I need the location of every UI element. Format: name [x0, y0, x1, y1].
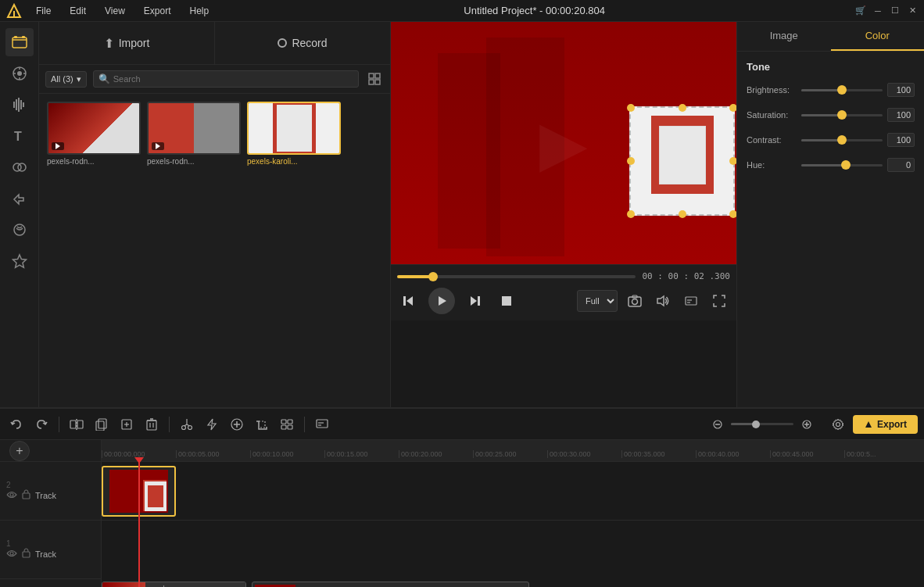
- sidebar-transitions-icon[interactable]: [5, 153, 34, 181]
- play-button[interactable]: [428, 288, 455, 314]
- track-2-eye-icon[interactable]: [6, 490, 17, 501]
- menu-edit[interactable]: Edit: [65, 4, 91, 18]
- sidebar-favorites-icon[interactable]: [5, 247, 34, 275]
- menu-export[interactable]: Export: [139, 4, 176, 18]
- audio-button[interactable]: [652, 290, 674, 312]
- play-btn-group: [397, 288, 518, 314]
- stop-button[interactable]: [496, 290, 518, 312]
- time-display: 00 : 00 : 02 .300: [642, 271, 730, 281]
- timeline-toolbar: Export: [0, 409, 924, 440]
- tab-image[interactable]: Image: [737, 22, 831, 51]
- handle-tr[interactable]: [729, 104, 736, 112]
- svg-rect-23: [369, 80, 374, 84]
- media-item-selected[interactable]: pexels-karoli...: [247, 102, 341, 399]
- handle-mr[interactable]: [729, 157, 736, 165]
- filter-dropdown[interactable]: All (3) ▾: [45, 71, 87, 88]
- subtitle-tl-button[interactable]: [312, 414, 332, 435]
- media-item[interactable]: pexels-rodn...: [147, 102, 241, 399]
- contrast-slider[interactable]: [801, 132, 883, 148]
- preview-area: ▶ 00 : 00 : 02 .300: [391, 22, 736, 407]
- close-button[interactable]: ✕: [907, 5, 918, 16]
- quality-select[interactable]: Full: [577, 290, 618, 312]
- cut-button[interactable]: [177, 414, 197, 435]
- right-content: Tone Brightness: 100 Saturation:: [737, 52, 924, 407]
- media-thumbnail-selected: [247, 102, 341, 155]
- import-button[interactable]: ⬆ Import: [39, 22, 215, 64]
- add-track-button[interactable]: +: [9, 441, 30, 461]
- left-sidebar: T: [0, 22, 39, 407]
- progress-track[interactable]: [397, 275, 636, 278]
- export-button[interactable]: Export: [853, 415, 918, 434]
- menu-view[interactable]: View: [100, 4, 130, 18]
- handle-br[interactable]: [729, 210, 736, 218]
- track-1-lock-icon[interactable]: [22, 548, 30, 560]
- lightning-button[interactable]: [202, 414, 222, 435]
- settings-button[interactable]: [828, 414, 848, 435]
- track-1-name: Track: [35, 549, 56, 559]
- track-1-eye-icon[interactable]: [6, 549, 17, 560]
- redo-button[interactable]: [31, 414, 52, 435]
- timeline-tracks[interactable]: 00:00:00.000 00:00:05.000 00:00:10.000 0…: [102, 440, 924, 587]
- handle-ml[interactable]: [627, 157, 635, 165]
- svg-point-34: [632, 299, 638, 305]
- zoom-track[interactable]: [731, 423, 793, 425]
- crop-button[interactable]: [252, 414, 272, 435]
- handle-bl[interactable]: [627, 210, 635, 218]
- fullscreen-button[interactable]: [708, 290, 730, 312]
- delete-button[interactable]: [141, 414, 162, 435]
- clip-track2[interactable]: [102, 466, 176, 517]
- handle-bm[interactable]: [679, 210, 686, 218]
- toolbar-separator: [59, 417, 59, 432]
- sidebar-transform-icon[interactable]: [5, 184, 34, 213]
- record-dot-icon: [278, 38, 287, 48]
- undo-button[interactable]: [6, 414, 27, 435]
- maximize-button[interactable]: ☐: [890, 5, 901, 16]
- track-2-lock-icon[interactable]: [22, 489, 30, 502]
- split-button[interactable]: [66, 414, 87, 435]
- duplicate-button[interactable]: [116, 414, 137, 435]
- zoom-in-button[interactable]: [797, 414, 817, 435]
- handle-tm[interactable]: [679, 104, 686, 112]
- subtitle-button[interactable]: [680, 290, 702, 312]
- step-forward-button[interactable]: [464, 290, 486, 312]
- zoom-out-button[interactable]: [707, 414, 728, 435]
- clip-track1a[interactable]: pexels-: [102, 582, 246, 587]
- sidebar-filter-icon[interactable]: [5, 216, 34, 244]
- svg-rect-66: [317, 420, 328, 428]
- add-effect-button[interactable]: [227, 414, 247, 435]
- menu-file[interactable]: File: [31, 4, 56, 18]
- filter-chevron-icon: ▾: [77, 74, 81, 84]
- media-item[interactable]: pexels-rodn...: [47, 102, 141, 399]
- svg-rect-14: [20, 100, 22, 109]
- record-button[interactable]: Record: [215, 22, 390, 64]
- menu-help[interactable]: Help: [185, 4, 214, 18]
- svg-point-74: [836, 422, 840, 426]
- handle-tl[interactable]: [627, 104, 635, 112]
- preview-scene: ▶: [391, 22, 736, 264]
- search-input[interactable]: [113, 74, 353, 84]
- step-back-button[interactable]: [397, 290, 419, 312]
- brightness-slider[interactable]: [801, 82, 883, 98]
- progress-thumb[interactable]: [428, 272, 438, 281]
- sidebar-effects-icon[interactable]: [5, 59, 34, 88]
- saturation-slider[interactable]: [801, 107, 883, 123]
- grid-view-button[interactable]: [365, 70, 384, 88]
- window-cart-icon[interactable]: 🛒: [855, 5, 866, 16]
- sidebar-text-icon[interactable]: T: [5, 122, 34, 150]
- screenshot-button[interactable]: [624, 290, 646, 312]
- media-panel: ⬆ Import Record All (3) ▾ 🔍: [39, 22, 391, 407]
- copy-button[interactable]: [91, 414, 112, 435]
- clip-track1b[interactable]: pexels-rodnae-p...: [252, 582, 529, 587]
- overlay-box[interactable]: [629, 106, 735, 216]
- ruler-tick: 00:00:30.000: [547, 450, 621, 458]
- track-1-row: pexels- pexels-rodnae-p...: [102, 579, 924, 587]
- minimize-button[interactable]: ─: [872, 5, 883, 16]
- tab-color[interactable]: Color: [831, 22, 925, 51]
- sidebar-audio-icon[interactable]: [5, 91, 34, 119]
- svg-rect-27: [403, 296, 406, 306]
- layout-button[interactable]: [277, 414, 297, 435]
- sidebar-media-icon[interactable]: [5, 28, 34, 56]
- hue-slider[interactable]: [801, 157, 883, 173]
- hue-value: 0: [887, 158, 915, 172]
- search-box: 🔍: [93, 70, 359, 88]
